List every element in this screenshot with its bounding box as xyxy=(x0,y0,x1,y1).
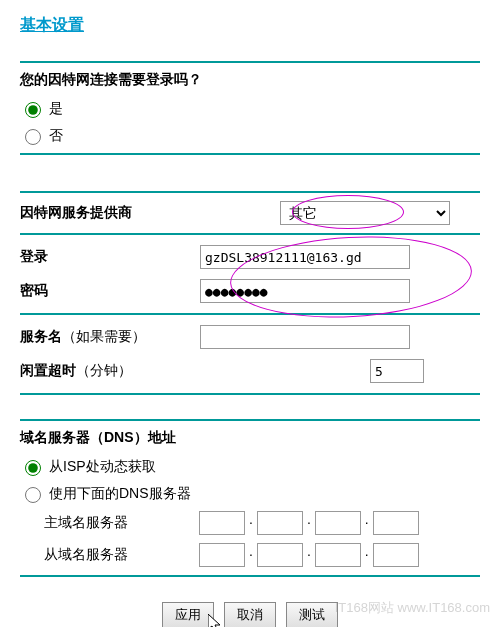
secondary-dns-label: 从域名服务器 xyxy=(44,546,199,564)
divider xyxy=(20,393,480,395)
isp-dropdown[interactable]: 其它 xyxy=(280,201,450,225)
primary-dns-input-group: . . . xyxy=(199,511,419,535)
divider xyxy=(20,153,480,155)
radio-yes[interactable] xyxy=(25,102,41,118)
secondary-dns-input-group: . . . xyxy=(199,543,419,567)
service-input[interactable] xyxy=(200,325,410,349)
password-input[interactable] xyxy=(200,279,410,303)
password-label: 密码 xyxy=(20,282,200,300)
login-input[interactable] xyxy=(200,245,410,269)
idle-hint: （分钟） xyxy=(76,362,132,378)
secondary-dns-octet-1[interactable] xyxy=(199,543,245,567)
divider xyxy=(20,575,480,577)
secondary-dns-octet-4[interactable] xyxy=(373,543,419,567)
cancel-button[interactable]: 取消 xyxy=(224,602,276,627)
idle-input[interactable] xyxy=(370,359,424,383)
radio-no[interactable] xyxy=(25,129,41,145)
login-required-heading: 您的因特网连接需要登录吗？ xyxy=(20,71,480,89)
primary-dns-octet-3[interactable] xyxy=(315,511,361,535)
service-label-text: 服务名 xyxy=(20,328,62,344)
page-title: 基本设置 xyxy=(20,15,480,36)
idle-label: 闲置超时（分钟） xyxy=(20,362,200,380)
radio-dns-auto-label: 从ISP处动态获取 xyxy=(49,458,156,476)
dns-heading: 域名服务器（DNS）地址 xyxy=(20,429,480,447)
divider xyxy=(20,233,480,235)
radio-dns-auto[interactable] xyxy=(25,460,41,476)
service-label: 服务名（如果需要） xyxy=(20,328,200,346)
divider xyxy=(20,191,480,193)
primary-dns-label: 主域名服务器 xyxy=(44,514,199,532)
test-button[interactable]: 测试 xyxy=(286,602,338,627)
radio-dns-manual-label: 使用下面的DNS服务器 xyxy=(49,485,191,503)
isp-label: 因特网服务提供商 xyxy=(20,204,280,222)
radio-dns-manual[interactable] xyxy=(25,487,41,503)
idle-label-text: 闲置超时 xyxy=(20,362,76,378)
secondary-dns-octet-2[interactable] xyxy=(257,543,303,567)
radio-yes-label: 是 xyxy=(49,100,63,118)
radio-no-label: 否 xyxy=(49,127,63,145)
apply-button[interactable]: 应用 xyxy=(162,602,214,627)
primary-dns-octet-4[interactable] xyxy=(373,511,419,535)
login-label: 登录 xyxy=(20,248,200,266)
secondary-dns-octet-3[interactable] xyxy=(315,543,361,567)
divider xyxy=(20,419,480,421)
divider xyxy=(20,61,480,63)
service-hint: （如果需要） xyxy=(62,328,146,344)
divider xyxy=(20,313,480,315)
primary-dns-octet-2[interactable] xyxy=(257,511,303,535)
primary-dns-octet-1[interactable] xyxy=(199,511,245,535)
